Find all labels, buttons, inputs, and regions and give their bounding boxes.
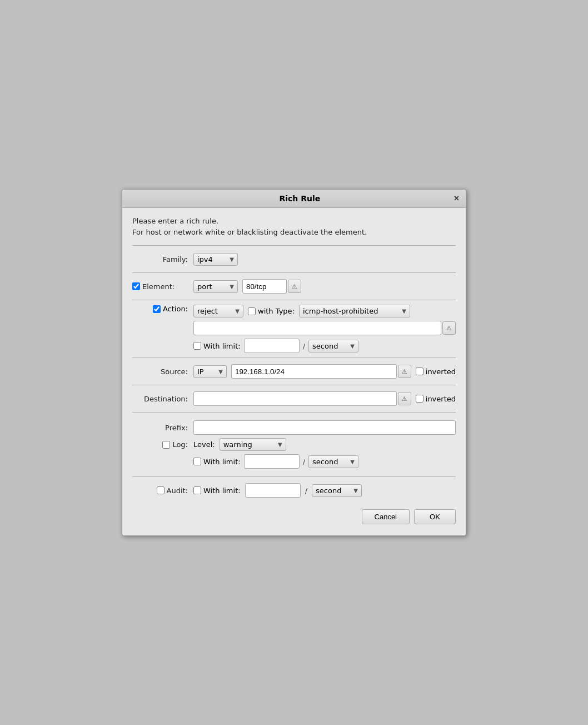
- element-type-arrow: ▼: [230, 284, 234, 290]
- action-checkbox-label[interactable]: Action:: [132, 305, 188, 313]
- action-top-row: reject ▼ with Type: icmp-host-prohibited…: [193, 305, 456, 317]
- log-limit-unit-value: second: [312, 458, 338, 466]
- instruction-line2: For host or network white or blacklistin…: [132, 227, 456, 238]
- action-with-type-select[interactable]: icmp-host-prohibited ▼: [299, 305, 410, 317]
- close-button[interactable]: ×: [454, 194, 459, 203]
- audit-checkbox-label[interactable]: Audit:: [132, 486, 188, 495]
- action-label-text: Action:: [163, 305, 188, 313]
- action-limit-unit-select[interactable]: second ▼: [308, 340, 358, 352]
- destination-row: Destination: ⚠ inverted: [132, 390, 456, 408]
- separator-3: [132, 300, 456, 300]
- audit-checkbox[interactable]: [157, 486, 165, 494]
- destination-field: ⚠: [193, 391, 411, 406]
- action-section: Action: reject ▼ with Type: icmp-hos: [132, 305, 456, 353]
- log-prefix-input[interactable]: [193, 420, 456, 435]
- log-slash: /: [303, 458, 305, 466]
- audit-limit-label: With limit:: [203, 486, 241, 495]
- element-type-select[interactable]: port ▼: [193, 280, 238, 293]
- log-limit-label: With limit:: [203, 458, 241, 466]
- action-limit-unit-arrow: ▼: [350, 343, 355, 349]
- source-ip-input[interactable]: [231, 364, 397, 379]
- source-type-arrow: ▼: [218, 369, 223, 375]
- separator-6: [132, 412, 456, 413]
- action-limit-checkbox[interactable]: [193, 342, 201, 350]
- action-slash: /: [303, 342, 305, 350]
- separator-5: [132, 385, 456, 385]
- button-row: Cancel OK: [132, 504, 456, 528]
- element-checkbox-label[interactable]: Element:: [132, 282, 188, 291]
- log-limit-unit-arrow: ▼: [350, 459, 355, 465]
- element-type-value: port: [197, 282, 212, 291]
- audit-limit-section: With limit: / second ▼: [193, 483, 362, 498]
- log-level-value: warning: [223, 440, 252, 449]
- element-checkbox[interactable]: [132, 282, 140, 290]
- separator-7: [132, 476, 456, 477]
- separator-2: [132, 272, 456, 273]
- log-limit-row: With limit: / second ▼: [193, 454, 456, 469]
- element-port-btn[interactable]: ⚠: [288, 280, 301, 293]
- log-checkbox[interactable]: [162, 441, 170, 449]
- action-type-select[interactable]: reject ▼: [193, 305, 243, 317]
- audit-checkbox-col: Audit:: [132, 486, 193, 495]
- audit-limit-input[interactable]: [245, 483, 301, 498]
- action-type-value: reject: [197, 307, 218, 315]
- audit-limit-unit-value: second: [316, 486, 341, 495]
- family-row: Family: ipv4 ▼: [132, 250, 456, 268]
- cancel-button[interactable]: Cancel: [362, 509, 410, 524]
- log-limit-checkbox[interactable]: [193, 458, 201, 465]
- audit-limit-checkbox[interactable]: [193, 486, 201, 494]
- dialog-body: Please enter a rich rule. For host or ne…: [122, 208, 466, 535]
- dialog-title: Rich Rule: [146, 194, 454, 203]
- source-inverted-text: inverted: [426, 368, 456, 376]
- with-type-checkbox[interactable]: [248, 307, 256, 315]
- source-ip-field: ⚠: [231, 364, 411, 379]
- action-with-type-arrow: ▼: [402, 308, 406, 314]
- destination-inverted-checkbox[interactable]: [416, 395, 423, 403]
- action-middle-row: ⚠: [193, 321, 456, 335]
- family-label: Family:: [132, 255, 193, 264]
- source-type-value: IP: [197, 368, 204, 376]
- with-type-checkbox-label[interactable]: with Type:: [248, 307, 295, 315]
- log-level-label: Level:: [193, 440, 215, 449]
- source-type-select[interactable]: IP ▼: [193, 365, 227, 378]
- log-checkbox-label[interactable]: Log:: [132, 440, 188, 449]
- log-level-arrow: ▼: [278, 441, 282, 448]
- log-level-select[interactable]: warning ▼: [220, 438, 286, 451]
- source-label: Source:: [132, 368, 193, 376]
- audit-row: Audit: With limit: / second ▼: [132, 481, 456, 499]
- title-bar: Rich Rule ×: [122, 190, 466, 208]
- action-limit-unit-value: second: [312, 342, 338, 350]
- log-label-text: Log:: [172, 440, 188, 449]
- ok-button[interactable]: OK: [414, 509, 456, 524]
- log-limit-input[interactable]: [244, 454, 300, 469]
- source-ip-btn[interactable]: ⚠: [398, 365, 411, 378]
- element-label-col: Element:: [132, 282, 193, 291]
- destination-inverted-label[interactable]: inverted: [416, 395, 456, 403]
- action-checkbox[interactable]: [153, 305, 161, 313]
- log-checkbox-col: Log:: [132, 440, 193, 449]
- action-text-btn[interactable]: ⚠: [442, 321, 456, 335]
- source-row: Source: IP ▼ ⚠ inverted: [132, 362, 456, 380]
- action-type-arrow: ▼: [235, 308, 240, 314]
- destination-btn[interactable]: ⚠: [398, 392, 411, 405]
- instruction-line1: Please enter a rich rule.: [132, 216, 456, 227]
- log-prefix-row: Prefix:: [132, 420, 456, 435]
- destination-input[interactable]: [193, 391, 397, 406]
- log-limit-checkbox-label[interactable]: With limit:: [193, 458, 241, 466]
- audit-limit-unit-select[interactable]: second ▼: [312, 484, 362, 497]
- element-row: Element: port ▼ ⚠: [132, 277, 456, 295]
- action-limit-checkbox-label[interactable]: With limit:: [193, 342, 241, 350]
- log-limit-unit-select[interactable]: second ▼: [308, 455, 358, 468]
- source-inverted-checkbox[interactable]: [416, 368, 423, 375]
- action-limit-input[interactable]: [244, 339, 300, 353]
- audit-limit-checkbox-label[interactable]: With limit:: [193, 486, 241, 495]
- element-label-text: Element:: [142, 282, 175, 291]
- action-text-input[interactable]: [193, 321, 441, 335]
- family-select[interactable]: ipv4 ▼: [193, 253, 238, 266]
- log-section: Prefix: Log: Level: warning ▼: [132, 417, 456, 472]
- action-label-col: Action:: [132, 305, 193, 353]
- source-inverted-label[interactable]: inverted: [416, 368, 456, 376]
- element-port-input[interactable]: [242, 279, 287, 294]
- instructions: Please enter a rich rule. For host or ne…: [132, 216, 456, 237]
- element-port-field: ⚠: [242, 279, 301, 294]
